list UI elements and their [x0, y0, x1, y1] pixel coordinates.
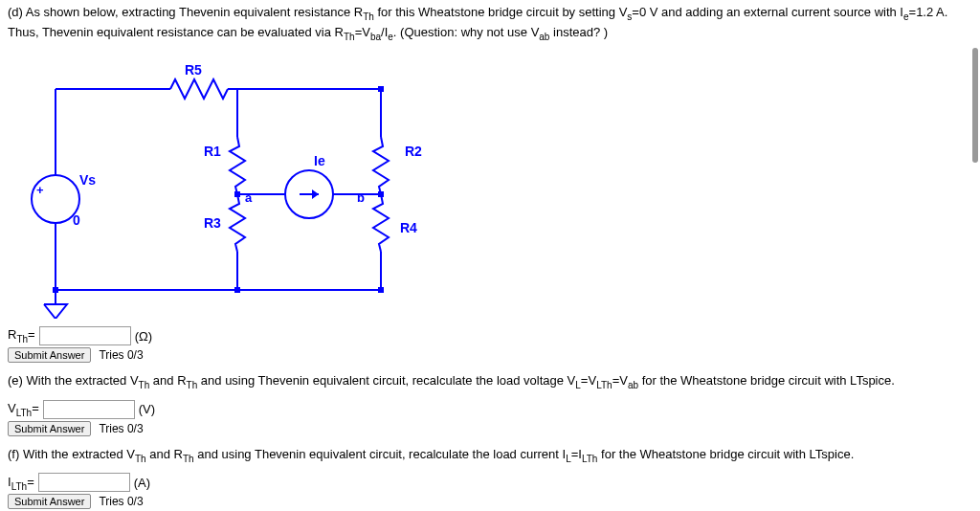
label-r4: R4	[400, 220, 417, 235]
rth-label: RTh=	[8, 327, 35, 344]
vlth-label: VLTh=	[8, 401, 39, 418]
vlth-unit: (V)	[139, 402, 155, 416]
label-zero: 0	[73, 212, 80, 228]
tries-d: Tries 0/3	[99, 348, 143, 362]
label-r5: R5	[185, 62, 202, 78]
label-ie: Ie	[314, 153, 325, 168]
label-b: b	[357, 190, 365, 205]
node-bottom-mid	[234, 287, 240, 293]
label-vs: Vs	[79, 172, 96, 188]
ilth-unit: (A)	[134, 476, 150, 490]
submit-button-d[interactable]: Submit Answer	[8, 347, 91, 363]
tries-f: Tries 0/3	[99, 495, 143, 508]
tries-e: Tries 0/3	[99, 422, 143, 435]
ilth-label: ILTh=	[8, 475, 34, 492]
label-r3: R3	[204, 215, 221, 231]
svg-marker-13	[312, 189, 319, 199]
label-r2: R2	[405, 144, 422, 159]
ilth-input[interactable]	[38, 473, 130, 492]
label-r1: R1	[204, 144, 221, 159]
circuit-diagram: R5 Vs + 0 R1 a R3	[27, 51, 505, 319]
scrollbar[interactable]	[972, 48, 978, 163]
vlth-input[interactable]	[43, 400, 135, 419]
node-bottom-right	[378, 287, 384, 293]
submit-button-e[interactable]: Submit Answer	[8, 421, 91, 436]
rth-unit: (Ω)	[135, 329, 152, 344]
label-plus: +	[36, 183, 44, 197]
part-d-text: (d) As shown below, extracting Thevenin …	[8, 4, 972, 43]
part-e-text: (e) With the extracted VTh and RTh and u…	[8, 372, 972, 392]
submit-button-f[interactable]: Submit Answer	[8, 494, 91, 509]
label-a: a	[245, 190, 253, 205]
part-f-text: (f) With the extracted VTh and RTh and u…	[8, 446, 972, 466]
rth-input[interactable]	[39, 326, 131, 345]
